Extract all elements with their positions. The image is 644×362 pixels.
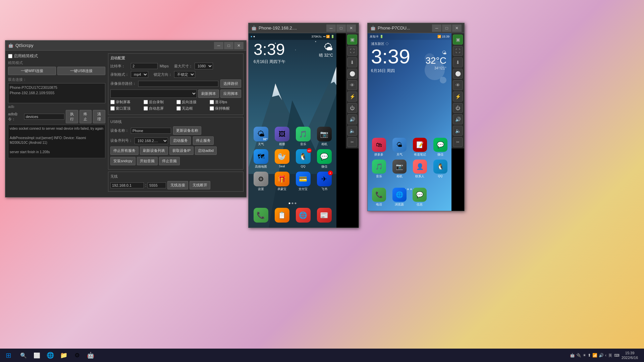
device-item-1[interactable]: Phone-P7CDU17C23010875	[10, 85, 104, 90]
side-btn-fullscreen[interactable]: ⛶	[347, 46, 357, 56]
stop-service-button[interactable]: 停止服务	[193, 136, 214, 145]
phone1-screen-content[interactable]: ● ● 370K/s↓ ▪▪ 📶 🔋 3:39 6月16日 周四下午 🌤 晴 3…	[249, 33, 336, 228]
phone2-side-btn-power[interactable]: ⏻	[453, 103, 463, 113]
enable-simple-mode-checkbox[interactable]	[8, 54, 12, 58]
phone-app-gallery[interactable]: 🖼 相册	[272, 127, 291, 146]
taskbar-settings-button[interactable]: ⚙	[70, 349, 84, 362]
taskbar-qtscrcpy-button[interactable]: 🤖	[84, 349, 97, 362]
phone-app-wechat[interactable]: 💬 微信	[315, 149, 334, 169]
phone2-dock-sms[interactable]: 💬 信息	[411, 188, 429, 207]
bitrate-input[interactable]	[131, 63, 158, 69]
window-top-checkbox[interactable]	[110, 106, 115, 111]
execute-button[interactable]: 执行	[66, 110, 78, 123]
taskbar-volume-icon[interactable]: 🔊	[599, 353, 604, 358]
no-border-checkbox[interactable]	[176, 106, 181, 111]
record-format-select[interactable]: mp4 mkv	[131, 71, 148, 78]
phone-app-map[interactable]: 🗺 高德地图	[251, 149, 270, 169]
stop-button[interactable]: 终止	[79, 110, 92, 123]
phone-app-feishu[interactable]: ✈ 4 飞书	[315, 172, 334, 191]
usb-connect-button[interactable]: 一键USB连接	[57, 67, 105, 75]
record-screen-checkbox[interactable]	[110, 100, 115, 104]
phone-app-settings[interactable]: ⚙ 设置	[251, 172, 270, 191]
phone2-dock-browser[interactable]: 🌐 浏览器	[390, 188, 409, 207]
wireless-ip-input[interactable]	[110, 182, 144, 188]
taskbar-network-icon[interactable]: 📶	[592, 353, 597, 358]
phone2-app-wechat[interactable]: 💬 微信	[431, 138, 449, 157]
side-btn-vol-up[interactable]: 🔊	[347, 114, 357, 124]
phone2-app-contacts[interactable]: 👤 联系人	[411, 160, 429, 179]
refresh-script-button[interactable]: 刷新脚本	[198, 89, 219, 98]
save-path-input[interactable]	[138, 81, 218, 87]
start-service-button[interactable]: 启动服务	[170, 136, 191, 145]
side-btn-power[interactable]: ⏻	[347, 103, 357, 113]
side-btn-cut[interactable]: ✂	[347, 137, 357, 147]
start-audio-button[interactable]: 开始音频	[137, 157, 158, 165]
phone-app-camera[interactable]: 📷 相机	[315, 127, 334, 146]
phone2-app-youdao[interactable]: 📝 有道笔记	[411, 138, 429, 157]
phone2-side-btn-eye[interactable]: 👁	[453, 80, 463, 90]
phone-app-chengmengbao[interactable]: 🎁 承蒙宝	[272, 172, 291, 191]
stop-all-button[interactable]: 停止所有服务	[110, 146, 139, 155]
phone2-app-music[interactable]: 🎵 音乐	[370, 160, 388, 179]
side-btn-eye[interactable]: 👁	[347, 80, 357, 90]
stop-audio-button[interactable]: 停止音频	[159, 157, 180, 165]
apply-script-button[interactable]: 应用脚本	[220, 89, 241, 98]
wireless-disconnect-button[interactable]: 无线断开	[190, 181, 210, 189]
serial-select[interactable]: 192.168.2....	[135, 137, 168, 144]
taskbar-explorer-button[interactable]: 📁	[57, 349, 70, 362]
taskbar-clock[interactable]: 15:39 2022/6/16	[622, 351, 638, 360]
phone2-side-btn-circle[interactable]: ⚪	[453, 69, 463, 79]
dock-notes[interactable]: 📋	[272, 208, 291, 223]
phone2-maximize-button[interactable]: □	[442, 24, 451, 32]
phone-app-seal[interactable]: 🦭 Seal	[272, 149, 291, 169]
taskbar-lang[interactable]: 英	[608, 353, 612, 358]
phone-app-music[interactable]: 🎵 音乐	[293, 127, 313, 146]
taskbar-caret-icon[interactable]: ‹	[605, 353, 606, 358]
taskbar-task-view-button[interactable]: ⬜	[30, 349, 44, 362]
device-item-2[interactable]: Phone-192.168.2.109:5555	[10, 90, 104, 96]
minimize-button[interactable]: ─	[214, 42, 223, 49]
device-name-input[interactable]	[131, 128, 171, 134]
phone2-side-btn-down[interactable]: ⬇	[453, 57, 463, 67]
phone2-side-btn-vol-down[interactable]: 🔈	[453, 126, 463, 136]
dock-news[interactable]: 📰	[315, 208, 334, 223]
close-button[interactable]: ✕	[234, 42, 244, 49]
side-btn-vol-down[interactable]: 🔈	[347, 126, 357, 136]
taskbar-more-icons[interactable]: ⬆	[588, 353, 591, 358]
phone1-close-button[interactable]: ✕	[346, 24, 356, 32]
phone2-side-btn-cut[interactable]: ✂	[453, 137, 463, 147]
clear-button[interactable]: 清理	[93, 110, 105, 123]
keep-awake-checkbox[interactable]	[210, 106, 214, 111]
wifi-connect-button[interactable]: 一键WIFI连接	[8, 67, 56, 75]
taskbar-search-button[interactable]: 🔍	[17, 349, 30, 362]
wireless-port-input[interactable]	[148, 182, 166, 188]
phone2-app-weather[interactable]: 🌤 天气	[390, 138, 409, 157]
start-adbd-button[interactable]: 启动adbd	[195, 146, 216, 155]
side-btn-down[interactable]: ⬇	[347, 57, 357, 67]
side-btn-flash[interactable]: ⚡	[347, 92, 357, 102]
phone2-app-qq[interactable]: 🐧 QQ	[431, 160, 449, 179]
side-btn-circle[interactable]: ⚪	[347, 69, 357, 79]
taskbar-keyboard-icon[interactable]: ⌨	[614, 353, 620, 358]
show-fps-checkbox[interactable]	[210, 100, 214, 104]
lock-dir-select[interactable]: 不锁定 横屏 竖屏	[174, 71, 195, 78]
phone2-side-btn-green[interactable]: ▣	[453, 35, 463, 45]
phone2-app-pinduoduo[interactable]: 🛍 拼多多	[370, 138, 388, 157]
phone2-dock-phone[interactable]: 📞 电话	[370, 188, 388, 207]
dock-phone[interactable]: 📞	[251, 208, 270, 223]
refresh-devices-button[interactable]: 刷新设备列表	[140, 146, 168, 155]
taskbar-show-desktop-button[interactable]	[640, 350, 641, 360]
phone-app-qq[interactable]: 🐧 89 QQ	[293, 149, 313, 169]
phone2-screen-content[interactable]: 未知卡 🔋 📶 15:39 浦东新区 ◇ 3:39 6月16日 周四 🌤 32°…	[368, 33, 451, 211]
get-ip-button[interactable]: 获取设备IP	[169, 146, 194, 155]
auto-info-checkbox[interactable]	[144, 106, 148, 111]
maximize-button[interactable]: □	[224, 42, 233, 49]
phone1-maximize-button[interactable]: □	[336, 24, 346, 32]
script-select[interactable]	[110, 89, 197, 98]
dock-browser[interactable]: 🌐	[293, 208, 313, 223]
phone2-side-btn-flash[interactable]: ⚡	[453, 92, 463, 102]
adb-command-input[interactable]	[24, 114, 64, 120]
bg-record-checkbox[interactable]	[144, 100, 148, 104]
side-btn-green[interactable]: ▣	[347, 35, 357, 45]
taskbar-chrome-button[interactable]: 🌐	[44, 349, 57, 362]
